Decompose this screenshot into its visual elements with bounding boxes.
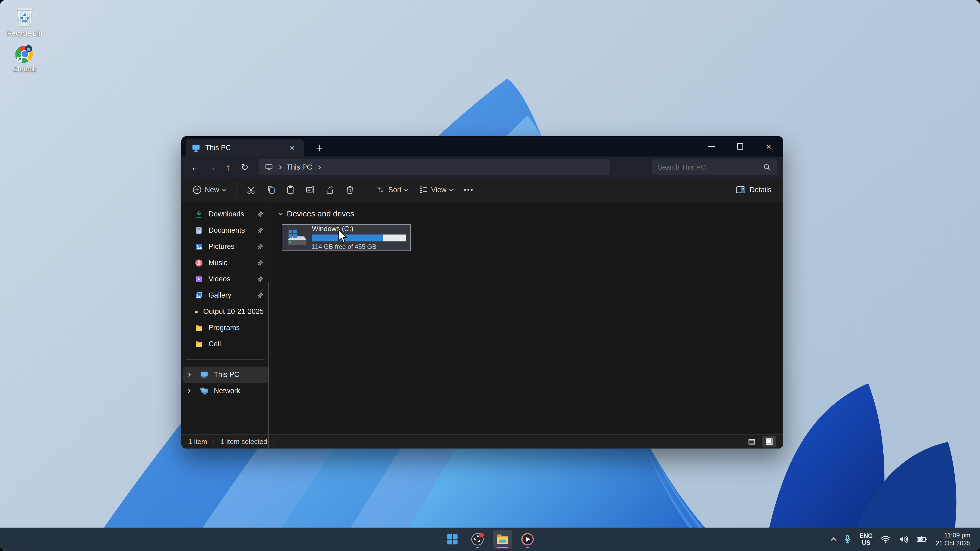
- cut-icon: [247, 185, 256, 195]
- minimize-button[interactable]: [697, 136, 725, 157]
- sidebar-item-gallery[interactable]: Gallery: [183, 287, 269, 303]
- address-bar-row: ← → ↑ ↻ This PC: [181, 157, 783, 178]
- obs-studio-button[interactable]: [468, 530, 487, 549]
- desktop-icon-recycle-bin[interactable]: Recycle Bin: [5, 5, 45, 37]
- new-button[interactable]: New: [188, 182, 229, 197]
- svg-text:A: A: [308, 188, 310, 192]
- sidebar-item-network[interactable]: Network: [183, 383, 269, 399]
- copy-icon: [266, 185, 276, 195]
- breadcrumb-chevron-icon: [278, 165, 282, 169]
- sidebar-item-pictures[interactable]: Pictures: [183, 238, 269, 255]
- forward-button[interactable]: →: [204, 160, 219, 175]
- sidebar-item-cell-folder[interactable]: Cell: [183, 336, 269, 352]
- cut-button[interactable]: [243, 181, 260, 198]
- microphone-icon: [843, 535, 851, 544]
- desktop-icon-chrome[interactable]: Chrome: [5, 45, 45, 73]
- sidebar-item-label: Downloads: [208, 210, 251, 218]
- collapse-chevron-icon[interactable]: [278, 211, 283, 215]
- start-button[interactable]: [443, 530, 462, 549]
- recycle-bin-icon: [14, 5, 35, 28]
- navigation-pane: Downloads Documents: [181, 202, 270, 434]
- share-button[interactable]: [322, 181, 339, 198]
- pin-icon: [257, 211, 264, 218]
- clock[interactable]: 11:09 pm 21 Oct 2025: [935, 531, 970, 547]
- expand-chevron-icon[interactable]: [187, 389, 195, 392]
- titlebar[interactable]: This PC × + ×: [181, 136, 783, 157]
- details-view-toggle[interactable]: [745, 436, 759, 448]
- search-input[interactable]: [657, 163, 763, 171]
- battery-charging-icon: [916, 535, 928, 543]
- copy-button[interactable]: [262, 181, 280, 198]
- maximize-icon: [737, 143, 743, 149]
- details-label: Details: [749, 186, 772, 194]
- language-line1: ENG: [859, 532, 873, 539]
- desktop-icon-label: Chrome: [13, 65, 37, 73]
- group-header-devices-and-drives[interactable]: Devices and drives: [279, 209, 783, 218]
- clock-date: 21 Oct 2025: [935, 539, 970, 547]
- maximize-button[interactable]: [725, 136, 754, 157]
- explorer-tab[interactable]: This PC ×: [186, 139, 304, 157]
- pin-icon: [257, 292, 264, 299]
- more-options-button[interactable]: •••: [460, 183, 478, 197]
- view-icon: [419, 185, 428, 194]
- microphone-tray-icon[interactable]: [843, 535, 851, 544]
- pictures-icon: [195, 243, 203, 251]
- folder-icon: [195, 307, 198, 316]
- pin-icon: [257, 276, 264, 283]
- sidebar-item-documents[interactable]: Documents: [183, 222, 269, 238]
- windows-start-icon: [446, 533, 458, 545]
- pin-icon: [257, 243, 264, 250]
- refresh-button[interactable]: ↻: [237, 160, 252, 175]
- pin-icon: [257, 259, 264, 267]
- breadcrumb[interactable]: This PC: [259, 159, 610, 175]
- sidebar-item-this-pc[interactable]: This PC: [183, 367, 269, 383]
- sidebar-item-label: Cell: [208, 340, 264, 348]
- sidebar-item-label: Pictures: [208, 243, 251, 251]
- breadcrumb-chevron-icon: [317, 165, 321, 169]
- close-button[interactable]: ×: [754, 136, 783, 157]
- sidebar-item-downloads[interactable]: Downloads: [183, 206, 269, 222]
- large-icons-view-toggle[interactable]: [762, 436, 776, 448]
- selected-count: 1 item selected: [221, 438, 267, 446]
- back-button[interactable]: ←: [188, 160, 203, 175]
- up-button[interactable]: ↑: [221, 160, 236, 175]
- expand-chevron-icon[interactable]: [187, 373, 195, 376]
- battery-tray-icon[interactable]: [916, 535, 928, 543]
- sidebar-item-label: Videos: [208, 275, 251, 283]
- wifi-tray-icon[interactable]: [881, 535, 891, 543]
- windows-drive-icon: [286, 227, 308, 248]
- sidebar-item-programs-folder[interactable]: Programs: [183, 320, 269, 336]
- sidebar-item-music[interactable]: Music: [183, 255, 269, 271]
- sort-icon: [376, 185, 385, 194]
- view-button[interactable]: View: [415, 182, 457, 197]
- file-explorer-window: This PC × + × ← → ↑ ↻ Th: [181, 136, 783, 449]
- sidebar-scrollbar[interactable]: [268, 282, 269, 449]
- tray-overflow-chevron[interactable]: [832, 537, 835, 542]
- tab-close-icon[interactable]: ×: [286, 142, 298, 154]
- status-divider: |: [273, 438, 275, 446]
- details-pane-icon: [735, 186, 746, 194]
- search-box[interactable]: [652, 159, 777, 175]
- new-tab-button[interactable]: +: [312, 141, 326, 155]
- folder-icon: [195, 324, 203, 332]
- file-explorer-button[interactable]: [493, 530, 512, 549]
- status-bar: 1 item | 1 item selected |: [181, 434, 783, 449]
- paste-icon: [286, 185, 296, 195]
- sidebar-item-output-folder[interactable]: Output 10-21-2025: [183, 303, 269, 320]
- breadcrumb-this-pc[interactable]: This PC: [286, 163, 312, 171]
- file-explorer-icon: [496, 532, 509, 546]
- media-player-button[interactable]: [518, 530, 537, 549]
- desktop-icon-label: Recycle Bin: [7, 30, 42, 37]
- rename-button[interactable]: A: [302, 181, 319, 198]
- search-icon: [763, 163, 771, 171]
- paste-button[interactable]: [282, 181, 299, 198]
- sidebar-item-videos[interactable]: Videos: [183, 271, 269, 287]
- running-indicator: [526, 547, 530, 548]
- volume-tray-icon[interactable]: [899, 535, 908, 543]
- command-bar: New: [181, 178, 783, 202]
- sort-button[interactable]: Sort: [372, 182, 412, 197]
- details-pane-button[interactable]: Details: [731, 183, 776, 197]
- divider: [236, 182, 237, 197]
- language-indicator[interactable]: ENG US: [859, 532, 873, 546]
- delete-button[interactable]: [341, 181, 358, 198]
